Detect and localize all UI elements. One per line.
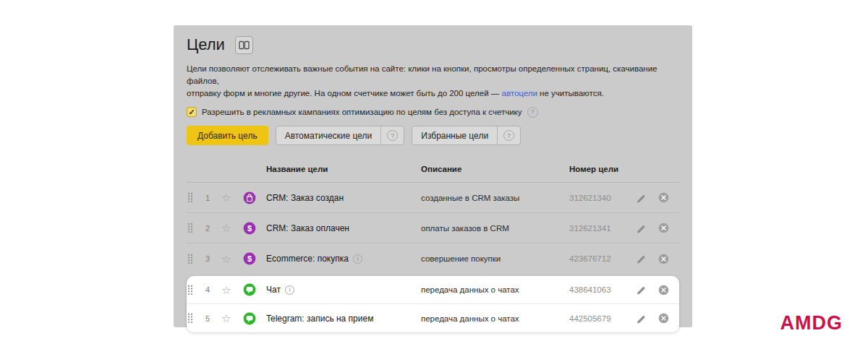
edit-icon[interactable] [636, 254, 646, 264]
page: Цели Цели позволяют отслеживать важные с… [0, 0, 868, 354]
row-index: 5 [205, 314, 221, 323]
chat-icon [243, 283, 266, 296]
drag-handle-icon[interactable] [187, 254, 205, 264]
favorite-goals-button[interactable]: Избранные цели [412, 126, 497, 144]
header-name: Название цели [266, 165, 421, 173]
goal-number: 312621341 [569, 224, 636, 233]
drag-handle-icon[interactable] [187, 285, 205, 295]
star-icon[interactable]: ☆ [221, 223, 243, 233]
dollar-icon: $ [243, 252, 266, 265]
crm-order-icon [243, 191, 266, 204]
goal-name: Telegram: запись на прием [266, 314, 421, 324]
description-line1: Цели позволяют отслеживать важные событи… [187, 64, 657, 85]
autogoals-link[interactable]: автоцели [502, 89, 537, 98]
goal-number: 438641063 [569, 285, 636, 294]
delete-icon[interactable] [658, 285, 669, 295]
goals-table: Название цели Описание Номер цели 1 ☆ [187, 155, 679, 332]
table-row[interactable]: 5 ☆ Telegram: запись на прием передача д… [187, 304, 679, 332]
row-actions [636, 192, 679, 203]
table-header: Название цели Описание Номер цели [187, 155, 679, 183]
checkbox-help-icon[interactable]: ? [527, 107, 538, 118]
page-title: Цели [187, 35, 225, 54]
title-row: Цели [187, 35, 679, 54]
drag-handle-icon[interactable] [187, 192, 205, 203]
goal-number: 312621340 [569, 194, 636, 202]
chat-icon [243, 312, 266, 325]
row-actions [636, 254, 679, 264]
row-actions [636, 285, 679, 295]
check-icon: ✓ [188, 108, 195, 117]
goal-name: Ecommerce: покупкаi [266, 254, 421, 264]
goals-panel: Цели Цели позволяют отслеживать важные с… [174, 25, 692, 327]
description: Цели позволяют отслеживать важные событи… [187, 63, 679, 100]
header-description: Описание [421, 165, 569, 173]
star-icon[interactable]: ☆ [221, 192, 243, 203]
goal-description: передача данных о чатах [421, 314, 569, 323]
table-row[interactable]: 2 ☆ $ CRM: Заказ оплачен оплаты заказов … [187, 213, 679, 243]
favorite-goals-help-icon[interactable]: ? [503, 130, 514, 141]
info-icon[interactable]: i [285, 285, 294, 295]
row-index: 4 [205, 285, 221, 294]
goal-name: CRM: Заказ оплачен [266, 223, 421, 233]
row-index: 3 [205, 254, 221, 263]
table-row[interactable]: 3 ☆ $ Ecommerce: покупкаi совершение пок… [187, 243, 679, 274]
delete-icon[interactable] [658, 192, 669, 203]
goal-name: Чатi [266, 285, 421, 295]
book-icon [239, 40, 250, 50]
goal-description: созданные в CRM заказы [421, 194, 569, 202]
row-actions [636, 313, 679, 324]
delete-icon[interactable] [658, 254, 669, 264]
header-number: Номер цели [569, 165, 636, 173]
goal-description: оплаты заказов в CRM [421, 224, 569, 233]
goal-description: совершение покупки [421, 254, 569, 263]
dollar-icon: $ [243, 222, 266, 235]
amdg-logo: AMDG [780, 312, 843, 334]
drag-handle-icon[interactable] [187, 313, 205, 324]
star-icon[interactable]: ☆ [221, 254, 243, 264]
goal-number: 423676712 [569, 254, 636, 263]
star-icon[interactable]: ☆ [221, 313, 243, 324]
row-actions [636, 223, 679, 233]
goal-number: 442505679 [569, 314, 636, 323]
edit-icon[interactable] [636, 193, 646, 203]
delete-icon[interactable] [658, 313, 669, 324]
goal-description: передача данных о чатах [421, 285, 569, 294]
auto-goals-button-group: Автоматические цели ? [276, 126, 405, 145]
drag-handle-icon[interactable] [187, 223, 205, 233]
checkbox-label: Разрешить в рекламных кампаниях оптимиза… [202, 108, 522, 116]
table-row[interactable]: 1 ☆ CRM: Заказ создан созданные в CRM за… [187, 183, 679, 213]
svg-text:$: $ [247, 254, 252, 263]
auto-goals-help-icon[interactable]: ? [387, 130, 398, 141]
goal-name: CRM: Заказ создан [266, 193, 421, 203]
table-row[interactable]: 4 ☆ Чатi передача данных о чатах 4386410… [187, 276, 679, 304]
toolbar: Добавить цель Автоматические цели ? Избр… [187, 126, 679, 145]
optimization-checkbox-row: ✓ Разрешить в рекламных кампаниях оптими… [187, 105, 679, 118]
edit-icon[interactable] [636, 285, 646, 295]
description-line2-suffix: не учитываются. [537, 89, 604, 98]
highlighted-rows-container: 4 ☆ Чатi передача данных о чатах 4386410… [187, 276, 679, 332]
favorite-goals-button-group: Избранные цели ? [412, 126, 521, 145]
edit-icon[interactable] [636, 314, 646, 324]
row-index: 2 [205, 224, 221, 233]
row-index: 1 [205, 194, 221, 202]
svg-text:$: $ [247, 224, 252, 233]
docs-button[interactable] [235, 36, 253, 54]
auto-goals-button[interactable]: Автоматические цели [276, 126, 381, 144]
divider [497, 126, 498, 144]
description-line2-prefix: отправку форм и многие другие. На одном … [187, 89, 502, 98]
optimization-checkbox[interactable]: ✓ [187, 107, 197, 117]
edit-icon[interactable] [636, 223, 646, 233]
info-icon[interactable]: i [353, 254, 362, 264]
delete-icon[interactable] [658, 223, 669, 233]
add-goal-button[interactable]: Добавить цель [187, 126, 268, 145]
divider [380, 126, 381, 144]
star-icon[interactable]: ☆ [221, 285, 243, 295]
